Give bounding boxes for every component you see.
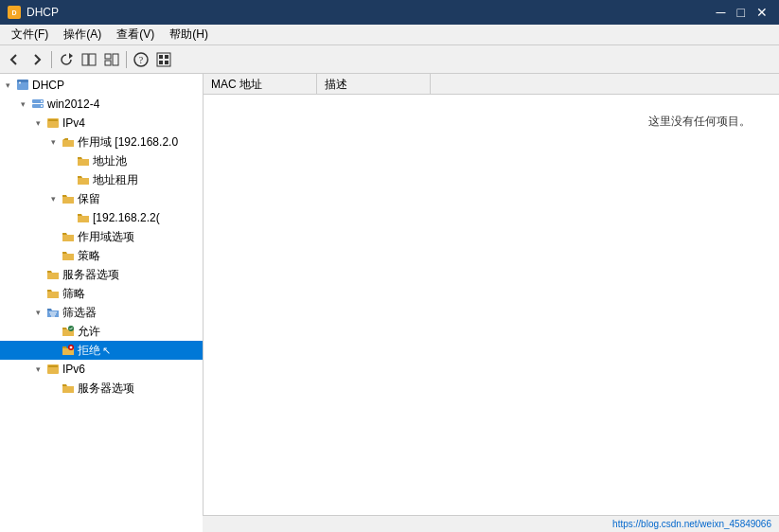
- action-menu[interactable]: 操作(A): [56, 25, 109, 44]
- tree-label-reservations: 保留: [78, 191, 100, 207]
- expander-ipv6[interactable]: ▾: [30, 362, 45, 377]
- scope-pane-button[interactable]: [101, 49, 122, 70]
- back-button[interactable]: [4, 49, 25, 70]
- expander-filters[interactable]: ▾: [30, 305, 45, 320]
- tree-label-scope: 作用域 [192.168.2.0: [78, 134, 178, 151]
- title-bar: D DHCP ─ □ ✕: [0, 0, 779, 25]
- tree-label-server-options: 服务器选项: [62, 267, 119, 283]
- reservations-folder-icon: [61, 191, 76, 206]
- address-pool-icon: [76, 153, 91, 168]
- reservation-entry-icon: [76, 210, 91, 225]
- svg-text:?: ?: [139, 55, 144, 65]
- title-bar-left: D DHCP: [8, 6, 59, 19]
- svg-rect-12: [165, 55, 168, 59]
- tree-item-server-options[interactable]: ▸ 服务器选项: [0, 265, 203, 284]
- tree-item-scope[interactable]: ▾ 作用域 [192.168.2.0: [0, 133, 203, 151]
- svg-rect-6: [105, 61, 111, 65]
- tree-item-address-pool[interactable]: ▸ 地址池: [0, 151, 203, 170]
- tree-label-address-lease: 地址租用: [93, 172, 138, 188]
- tree-label-address-pool: 地址池: [93, 153, 127, 169]
- tree-label-server-policies: 筛略: [62, 286, 85, 302]
- help-menu[interactable]: 帮助(H): [162, 25, 216, 44]
- scope-options-icon: [61, 229, 76, 244]
- svg-rect-5: [105, 54, 111, 59]
- svg-rect-14: [165, 61, 168, 64]
- svg-rect-7: [113, 54, 118, 65]
- ipv6-icon: [45, 362, 61, 377]
- window-controls[interactable]: ─ □ ✕: [713, 5, 771, 20]
- file-menu[interactable]: 文件(F): [4, 25, 56, 44]
- main-area: ▾ DHCP ▾ win2012-4: [0, 74, 779, 532]
- tree-item-ipv4[interactable]: ▾ IPv4: [0, 114, 203, 133]
- tree-item-ipv6-server-options[interactable]: ▸ 服务器选项: [0, 379, 203, 398]
- show-console-tree-button[interactable]: [79, 49, 99, 70]
- tree-item-policies[interactable]: ▸ 策略: [0, 246, 203, 265]
- svg-rect-15: [17, 81, 28, 90]
- empty-message: 这里没有任何项目。: [648, 114, 751, 130]
- tree-label-allow: 允许: [78, 324, 100, 340]
- tree-label-ipv4: IPv4: [62, 116, 85, 130]
- right-panel: MAC 地址 描述 这里没有任何项目。: [204, 74, 779, 532]
- tree-label-deny: 拒绝: [78, 343, 100, 359]
- server-icon: [30, 97, 45, 112]
- address-lease-icon: [76, 172, 91, 187]
- svg-point-20: [41, 100, 43, 102]
- expander-dhcp[interactable]: ▾: [0, 78, 15, 93]
- tree-panel[interactable]: ▾ DHCP ▾ win2012-4: [0, 74, 204, 532]
- tree-item-win2012-4[interactable]: ▾ win2012-4: [0, 95, 203, 114]
- deny-icon: [61, 343, 76, 358]
- toolbar: ?: [0, 45, 779, 74]
- description-column-header: 描述: [317, 74, 431, 94]
- help-button[interactable]: ?: [131, 49, 151, 70]
- svg-text:D: D: [11, 9, 16, 16]
- tree-label-scope-options: 作用域选项: [78, 229, 134, 245]
- view-menu[interactable]: 查看(V): [109, 25, 162, 44]
- tree-item-scope-options[interactable]: ▸ 作用域选项: [0, 227, 203, 246]
- properties-button[interactable]: [153, 49, 174, 70]
- svg-rect-4: [89, 54, 96, 65]
- ipv6-server-options-icon: [61, 381, 76, 396]
- forward-button[interactable]: [27, 49, 47, 70]
- expander-win2012-4[interactable]: ▾: [15, 97, 30, 112]
- svg-rect-3: [82, 54, 88, 65]
- tree-label-ipv6-server-options: 服务器选项: [78, 381, 134, 397]
- dhcp-icon: [15, 78, 30, 93]
- tree-item-reservations[interactable]: ▾ 保留: [0, 189, 203, 208]
- tree-item-deny[interactable]: ▸ 拒绝 ↖: [0, 341, 203, 360]
- list-body: 这里没有任何项目。: [204, 95, 779, 532]
- tree-label-ipv6: IPv6: [62, 363, 85, 376]
- tree-item-ipv6[interactable]: ▾ IPv6: [0, 360, 203, 379]
- expander-reservations[interactable]: ▾: [45, 191, 61, 206]
- mac-address-column-header: MAC 地址: [204, 74, 317, 94]
- tree-label-dhcp: DHCP: [32, 79, 64, 92]
- expander-ipv4[interactable]: ▾: [30, 115, 45, 131]
- dhcp-app-icon: D: [8, 6, 21, 19]
- svg-point-21: [41, 105, 43, 107]
- toolbar-sep-1: [51, 51, 52, 68]
- status-url: https://blog.csdn.net/weixn_45849066: [612, 519, 771, 529]
- svg-rect-11: [159, 55, 163, 59]
- refresh-button[interactable]: [56, 49, 77, 70]
- svg-marker-2: [69, 53, 73, 59]
- tree-label-policies: 策略: [78, 248, 100, 264]
- tree-item-server-policies[interactable]: ▸ 筛略: [0, 284, 203, 303]
- tree-item-allow[interactable]: ▸ 允许: [0, 322, 203, 341]
- tree-label-reservation-entry: [192.168.2.2(: [93, 211, 160, 224]
- policies-icon: [61, 248, 76, 263]
- tree-item-address-lease[interactable]: ▸ 地址租用: [0, 170, 203, 189]
- tree-item-reservation-entry[interactable]: ▸ [192.168.2.2(: [0, 208, 203, 227]
- expander-scope[interactable]: ▾: [45, 134, 61, 150]
- svg-point-17: [19, 82, 21, 84]
- scope-folder-icon: [61, 134, 76, 150]
- svg-rect-30: [48, 365, 58, 367]
- status-bar: https://blog.csdn.net/weixn_45849066: [203, 515, 779, 532]
- server-policies-icon: [45, 286, 61, 301]
- filters-folder-icon: [45, 305, 61, 320]
- allow-icon: [61, 324, 76, 339]
- toolbar-sep-2: [126, 51, 127, 68]
- tree-item-filters[interactable]: ▾ 筛选器: [0, 303, 203, 322]
- svg-rect-13: [159, 61, 163, 64]
- app-title: DHCP: [27, 6, 59, 19]
- tree-item-dhcp[interactable]: ▾ DHCP: [0, 76, 203, 95]
- svg-rect-16: [17, 80, 28, 82]
